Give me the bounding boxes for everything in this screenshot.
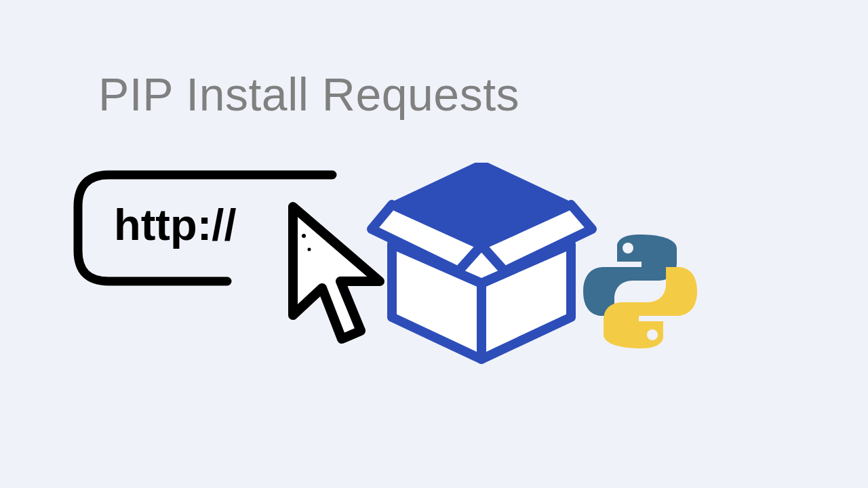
svg-point-3 — [647, 329, 658, 340]
package-icon — [372, 163, 592, 359]
page-title: PIP Install Requests — [98, 68, 519, 121]
svg-point-1 — [308, 248, 311, 251]
python-icon — [583, 235, 697, 348]
svg-point-0 — [302, 234, 306, 238]
svg-point-2 — [623, 243, 633, 253]
cursor-icon — [293, 207, 380, 339]
illustration-group: http:// — [68, 163, 719, 380]
url-text: http:// — [114, 200, 236, 249]
